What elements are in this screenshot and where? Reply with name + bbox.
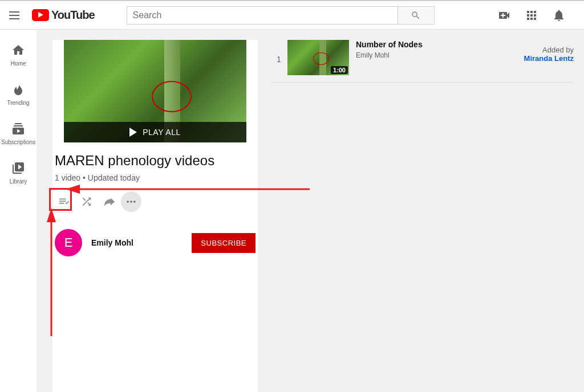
subscriptions-icon [11, 122, 25, 136]
shuffle-icon [80, 195, 93, 208]
sidebar-item-home[interactable]: Home [0, 35, 36, 75]
playlist-panel: PLAY ALL MAREN phenology videos 1 video … [52, 40, 258, 392]
left-sidebar: Home Trending Subscriptions Library [0, 30, 36, 392]
play-all-label: PLAY ALL [143, 128, 181, 137]
main-content: PLAY ALL MAREN phenology videos 1 video … [36, 30, 584, 392]
share-button[interactable] [98, 190, 121, 213]
video-added-block: Added by Miranda Lentz [524, 40, 574, 63]
video-channel[interactable]: Emily Mohl [356, 51, 524, 59]
playlist-hero[interactable]: PLAY ALL [64, 40, 246, 142]
subscribe-button[interactable]: SUBSCRIBE [192, 233, 256, 253]
video-count: 1 video [55, 173, 80, 182]
library-icon [11, 161, 25, 175]
search-button[interactable] [398, 6, 435, 24]
save-playlist-button[interactable] [52, 190, 75, 213]
video-thumbnail[interactable]: 1:00 [287, 40, 349, 75]
search-bar [127, 6, 435, 24]
svg-point-2 [133, 201, 135, 202]
channel-name[interactable]: Emily Mohl [91, 238, 133, 247]
updated-text: Updated today [88, 173, 140, 182]
youtube-play-icon [32, 9, 49, 21]
notifications-bell-icon[interactable] [552, 9, 566, 22]
apps-grid-icon[interactable] [525, 9, 538, 22]
play-icon [129, 128, 137, 137]
trending-icon [11, 83, 25, 96]
channel-avatar[interactable]: E [55, 229, 82, 256]
hamburger-menu-button[interactable] [9, 9, 23, 22]
channel-row: E Emily Mohl SUBSCRIBE [52, 221, 258, 264]
video-title[interactable]: Number of Nodes [356, 40, 524, 49]
sidebar-item-label: Trending [7, 100, 29, 106]
added-by-user[interactable]: Miranda Lentz [524, 54, 574, 63]
more-horiz-icon [125, 196, 137, 207]
search-input[interactable] [127, 6, 398, 24]
sidebar-item-subscriptions[interactable]: Subscriptions [0, 114, 36, 153]
video-info: Number of Nodes Emily Mohl [356, 40, 524, 59]
search-icon [411, 10, 421, 21]
more-actions-button[interactable] [121, 191, 141, 212]
playlist-add-check-icon [58, 195, 70, 208]
sidebar-item-library[interactable]: Library [0, 153, 36, 193]
sidebar-item-label: Library [10, 178, 27, 185]
shuffle-button[interactable] [75, 190, 98, 213]
youtube-wordmark: YouTube [51, 9, 95, 22]
header: YouTube [0, 1, 584, 30]
svg-point-0 [127, 201, 129, 202]
sidebar-item-trending[interactable]: Trending [0, 75, 36, 114]
create-video-icon[interactable] [497, 9, 511, 22]
youtube-logo[interactable]: YouTube [32, 9, 95, 22]
share-icon [103, 195, 116, 208]
video-duration: 1:00 [331, 66, 348, 74]
home-icon [11, 43, 25, 57]
sidebar-item-label: Home [11, 60, 26, 67]
svg-point-1 [130, 201, 132, 202]
playlist-title: MAREN phenology videos [52, 153, 258, 169]
playlist-meta: 1 video • Updated today [52, 173, 258, 182]
play-all-bar[interactable]: PLAY ALL [64, 122, 246, 142]
sidebar-item-label: Subscriptions [1, 139, 35, 145]
video-index: 1 [270, 40, 287, 64]
header-actions [497, 9, 575, 22]
video-row[interactable]: 1 1:00 Number of Nodes Emily Mohl Added … [270, 40, 574, 83]
added-by-label: Added by [524, 46, 574, 54]
playlist-actions [52, 190, 258, 221]
video-list: 1 1:00 Number of Nodes Emily Mohl Added … [258, 30, 584, 392]
